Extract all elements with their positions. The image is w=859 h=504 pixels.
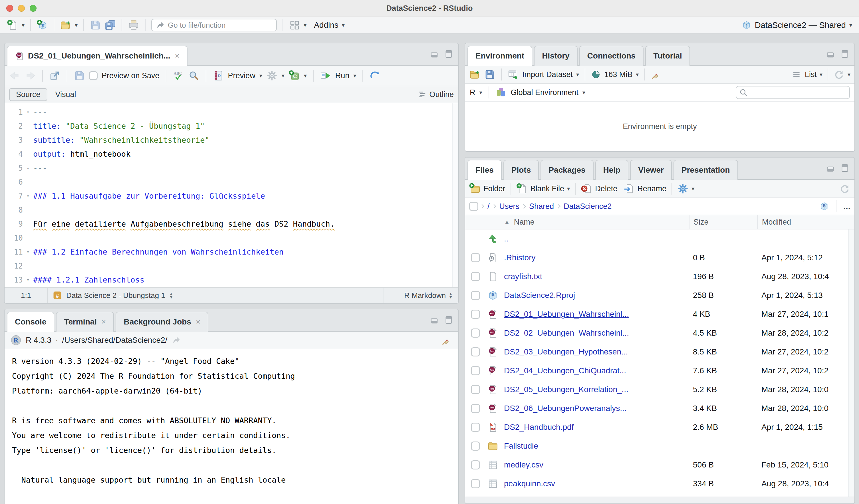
file-link[interactable]: crayfish.txt	[504, 272, 542, 281]
open-file-icon[interactable]	[60, 19, 71, 31]
file-link[interactable]: ..	[504, 234, 509, 243]
project-root-icon[interactable]: R	[819, 201, 829, 211]
file-checkbox[interactable]	[471, 423, 480, 432]
pane-layout-caret-icon[interactable]: ▾	[304, 22, 306, 28]
fold-down-icon[interactable]: ▾	[23, 109, 33, 115]
file-checkbox[interactable]	[471, 385, 480, 394]
file-checkbox[interactable]	[471, 329, 480, 338]
list-view-button[interactable]: List	[805, 70, 817, 79]
files-scrollbar[interactable]	[848, 229, 855, 497]
file-row[interactable]: RmdDS2_01_Uebungen_Wahrscheinl...4 KBMar…	[465, 305, 855, 324]
tab-history[interactable]: History	[534, 46, 577, 66]
run-icon[interactable]	[320, 70, 331, 81]
breadcrumb-item-shared[interactable]: Shared	[528, 202, 555, 211]
tab-background-jobs[interactable]: Background Jobs×	[116, 312, 208, 332]
more-file-commands-gear-icon[interactable]	[677, 183, 689, 194]
file-checkbox[interactable]	[471, 347, 480, 356]
rename-button[interactable]: Rename	[637, 184, 666, 193]
maximize-pane-icon[interactable]	[840, 49, 849, 59]
find-replace-icon[interactable]	[188, 70, 199, 81]
file-checkbox[interactable]	[471, 253, 480, 262]
file-link[interactable]: peakquinn.csv	[504, 479, 555, 488]
file-checkbox[interactable]	[471, 291, 480, 300]
back-icon[interactable]	[9, 70, 20, 81]
tab-connections[interactable]: Connections	[579, 46, 644, 66]
minimize-window-icon[interactable]	[18, 5, 25, 12]
open-wd-arrow-icon[interactable]	[171, 335, 181, 345]
maximize-pane-icon[interactable]	[443, 315, 453, 325]
insert-chunk-caret-icon[interactable]: ▾	[304, 73, 307, 78]
gear-caret-icon[interactable]: ▾	[282, 73, 285, 78]
fold-down-icon[interactable]: ▾	[23, 193, 33, 199]
load-workspace-icon[interactable]	[469, 69, 481, 80]
outline-toggle[interactable]: Outline	[417, 90, 454, 99]
tab-terminal[interactable]: Terminal×	[56, 312, 114, 332]
code-editor[interactable]: 1▾---2title: "Data Science 2 - Übungstag…	[4, 103, 458, 287]
blank-file-caret-icon[interactable]: ▾	[567, 186, 570, 192]
new-file-icon[interactable]	[7, 19, 18, 31]
zoom-window-icon[interactable]	[30, 5, 36, 12]
clear-environment-broom-icon[interactable]	[651, 69, 662, 80]
file-row[interactable]: ..	[465, 229, 855, 248]
minimize-pane-icon[interactable]	[826, 163, 835, 173]
new-folder-button[interactable]: Folder	[483, 184, 506, 193]
new-project-icon[interactable]: R	[36, 19, 48, 31]
file-link[interactable]: DS2_05_Uebungen_Korrelation_...	[504, 385, 629, 394]
file-row[interactable]: .Rhistory0 BApr 1, 2024, 5:12	[465, 248, 855, 267]
save-all-icon[interactable]	[104, 19, 116, 31]
file-link[interactable]: DS2_03_Uebungen_Hypothesen...	[504, 347, 628, 356]
run-caret-icon[interactable]: ▾	[353, 73, 356, 78]
open-file-caret-icon[interactable]: ▾	[75, 22, 78, 28]
new-folder-icon[interactable]	[469, 183, 481, 194]
file-checkbox[interactable]	[471, 460, 480, 470]
file-link[interactable]: DS2_02_Uebungen_Wahrscheinl...	[504, 329, 629, 338]
file-row[interactable]: RmdDS2_04_Uebungen_ChiQuadrat...7.6 KBMa…	[465, 361, 855, 380]
run-button[interactable]: Run	[335, 71, 350, 80]
section-navigator[interactable]: # Data Science 2 - Übungstag 1 ▲▼	[47, 288, 384, 303]
tab-tutorial[interactable]: Tutorial	[645, 46, 690, 66]
goto-file-search[interactable]	[151, 19, 277, 31]
column-header-modified[interactable]: Modified	[757, 215, 855, 229]
breadcrumb-item-datascience2[interactable]: DataScience2	[562, 202, 613, 211]
tab-source-document[interactable]: Rmd DS2_01_Uebungen_Wahrscheinlich... ×	[7, 46, 187, 66]
tab-presentation[interactable]: Presentation	[674, 160, 738, 180]
file-row[interactable]: RmdDS2_02_Uebungen_Wahrscheinl...4.5 KBM…	[465, 324, 855, 342]
source-mode-button[interactable]: Source	[9, 88, 47, 101]
preview-button[interactable]: Preview	[228, 71, 255, 80]
console-output[interactable]: R version 4.3.3 (2024-02-29) -- "Angel F…	[4, 349, 458, 504]
addins-button[interactable]: Addins	[314, 20, 338, 30]
file-link[interactable]: DS2_06_UebungenPoweranalys...	[504, 404, 627, 413]
file-checkbox[interactable]	[471, 404, 480, 413]
output-options-gear-icon[interactable]	[266, 70, 278, 81]
save-icon[interactable]	[90, 19, 101, 31]
file-checkbox[interactable]	[471, 366, 480, 375]
import-dataset-button[interactable]: Import Dataset	[522, 70, 573, 79]
refresh-files-icon[interactable]	[839, 183, 850, 194]
environment-search[interactable]	[736, 86, 850, 99]
file-link[interactable]: Fallstudie	[504, 442, 538, 450]
tab-viewer[interactable]: Viewer	[630, 160, 672, 180]
file-checkbox[interactable]	[471, 310, 480, 319]
more-caret-icon[interactable]: ▾	[692, 186, 694, 192]
language-selector[interactable]: R	[470, 88, 476, 97]
forward-icon[interactable]	[25, 70, 36, 81]
maximize-pane-icon[interactable]	[443, 49, 453, 59]
file-row[interactable]: medley.csv506 BFeb 15, 2024, 5:10	[465, 456, 855, 474]
import-caret-icon[interactable]: ▾	[576, 72, 579, 77]
column-header-name[interactable]: ▲ Name	[504, 218, 689, 227]
minimize-pane-icon[interactable]	[826, 49, 835, 59]
file-checkbox[interactable]	[471, 272, 480, 281]
column-header-size[interactable]: Size	[689, 215, 757, 229]
spellcheck-icon[interactable]: ABC	[173, 70, 184, 81]
memory-caret-icon[interactable]: ▾	[636, 72, 639, 77]
breadcrumb-item-users[interactable]: Users	[498, 202, 521, 211]
file-row[interactable]: crayfish.txt196 BAug 28, 2023, 10:4	[465, 267, 855, 286]
tab-help[interactable]: Help	[595, 160, 629, 180]
file-link[interactable]: medley.csv	[504, 460, 543, 470]
tab-console[interactable]: Console	[7, 312, 54, 332]
rename-file-icon[interactable]	[623, 183, 634, 194]
file-row[interactable]: RmdDS2_05_Uebungen_Korrelation_...5.2 KB…	[465, 380, 855, 399]
close-tab-icon[interactable]: ×	[196, 317, 200, 326]
fold-down-icon[interactable]: ▾	[23, 277, 33, 282]
save-document-icon[interactable]	[74, 70, 85, 81]
